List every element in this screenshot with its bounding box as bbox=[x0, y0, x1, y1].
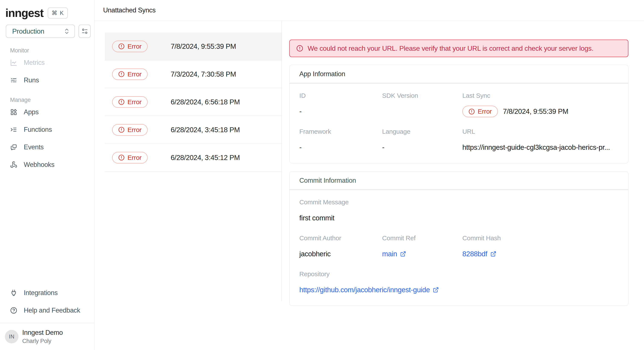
sync-list-item[interactable]: Error 6/28/2024, 6:56:18 PM bbox=[105, 88, 282, 116]
sidebar-footer: Integrations Help and Feedback IN Innges… bbox=[0, 283, 94, 350]
field-label-commit-author: Commit Author bbox=[299, 234, 382, 242]
sidebar-item-label: Apps bbox=[24, 108, 38, 116]
sync-timestamp: 6/28/2024, 3:45:18 PM bbox=[171, 126, 240, 134]
user-menu[interactable]: IN Inngest Demo Charly Poly bbox=[0, 323, 94, 350]
field-value-language: - bbox=[382, 142, 462, 153]
environment-select-value: Production bbox=[12, 28, 63, 35]
sidebar-item-apps[interactable]: Apps bbox=[0, 103, 94, 121]
error-banner-text: We could not reach your URL. Please veri… bbox=[308, 44, 594, 52]
page-title: Unattached Syncs bbox=[103, 6, 156, 14]
sidebar-item-integrations[interactable]: Integrations bbox=[0, 284, 94, 302]
avatar: IN bbox=[5, 330, 18, 343]
user-name: Charly Poly bbox=[22, 338, 63, 344]
webhook-icon bbox=[10, 161, 17, 168]
logo-row: inngest ⌘ K bbox=[0, 0, 94, 20]
line-chart-icon bbox=[10, 59, 17, 66]
functions-prompt-icon bbox=[10, 126, 17, 133]
user-org: Inngest Demo bbox=[22, 329, 63, 336]
plug-icon bbox=[10, 289, 17, 296]
sync-timestamp: 6/28/2024, 3:45:12 PM bbox=[171, 154, 240, 162]
field-label-commit-hash: Commit Hash bbox=[462, 234, 618, 242]
section-label-manage: Manage bbox=[10, 97, 94, 103]
commit-ref-link[interactable]: main bbox=[382, 250, 406, 258]
inngest-logo: inngest bbox=[5, 6, 44, 20]
sync-timestamp: 6/28/2024, 6:56:18 PM bbox=[171, 98, 240, 106]
field-value-commit-message: first commit bbox=[299, 212, 618, 224]
environment-settings-button[interactable] bbox=[78, 24, 91, 38]
commit-ref-text: main bbox=[382, 250, 397, 258]
apps-grid-icon bbox=[10, 108, 17, 116]
field-label-id: ID bbox=[299, 92, 382, 99]
field-label-last-sync: Last Sync bbox=[462, 92, 618, 99]
repository-link[interactable]: https://github.com/jacobheric/inngest-gu… bbox=[299, 286, 439, 294]
field-value-commit-ref: main bbox=[382, 248, 462, 260]
error-status-badge: Error bbox=[112, 124, 148, 136]
external-link-icon bbox=[490, 251, 496, 257]
commit-hash-link[interactable]: 8288bdf bbox=[462, 250, 496, 258]
sync-list-item[interactable]: Error 6/28/2024, 3:45:12 PM bbox=[105, 144, 282, 172]
field-label-repository: Repository bbox=[299, 270, 618, 278]
badge-label: Error bbox=[128, 126, 142, 134]
error-banner: We could not reach your URL. Please veri… bbox=[289, 40, 628, 57]
sidebar-item-webhooks[interactable]: Webhooks bbox=[0, 156, 94, 174]
error-status-badge: Error bbox=[112, 41, 148, 52]
field-value-repository: https://github.com/jacobheric/inngest-gu… bbox=[299, 284, 618, 296]
field-label-commit-ref: Commit Ref bbox=[382, 234, 462, 242]
sidebar-item-label: Runs bbox=[24, 76, 39, 84]
field-label-framework: Framework bbox=[299, 128, 382, 135]
sync-timestamp: 7/8/2024, 9:55:39 PM bbox=[171, 42, 236, 50]
field-value-url: https://inngest-guide-cgl3kcgsa-jacob-he… bbox=[462, 142, 618, 153]
sidebar: inngest ⌘ K Production Monitor Metrics R… bbox=[0, 0, 94, 350]
environment-select[interactable]: Production bbox=[6, 24, 75, 38]
command-k-shortcut[interactable]: ⌘ K bbox=[48, 8, 68, 18]
alert-circle-icon bbox=[468, 108, 475, 115]
sidebar-item-runs[interactable]: Runs bbox=[0, 72, 94, 89]
help-circle-icon bbox=[10, 307, 17, 314]
card-header: Commit Information bbox=[290, 172, 628, 190]
sync-list-item[interactable]: Error 7/3/2024, 7:30:58 PM bbox=[105, 60, 282, 88]
sync-list: Error 7/8/2024, 9:55:39 PM Error 7/3/202… bbox=[105, 32, 282, 172]
error-status-badge: Error bbox=[112, 96, 148, 108]
topbar: Unattached Syncs bbox=[94, 0, 644, 21]
app-information-card: App Information ID SDK Version Last Sync… bbox=[289, 65, 628, 163]
sidebar-item-help[interactable]: Help and Feedback bbox=[0, 302, 94, 319]
field-label-sdk-version: SDK Version bbox=[382, 92, 462, 99]
alert-circle-icon bbox=[118, 126, 125, 133]
sync-timestamp: 7/3/2024, 7:30:58 PM bbox=[171, 70, 236, 78]
commit-hash-text: 8288bdf bbox=[462, 250, 488, 258]
badge-label: Error bbox=[128, 70, 142, 78]
alert-circle-icon bbox=[118, 43, 125, 50]
sidebar-item-events[interactable]: Events bbox=[0, 138, 94, 156]
field-value-last-sync: Error 7/8/2024, 9:55:39 PM bbox=[462, 106, 618, 117]
badge-label: Error bbox=[128, 43, 142, 50]
badge-label: Error bbox=[128, 154, 142, 161]
field-label-language: Language bbox=[382, 128, 462, 135]
alert-circle-icon bbox=[296, 45, 304, 52]
app-root: inngest ⌘ K Production Monitor Metrics R… bbox=[0, 0, 644, 350]
sidebar-item-functions[interactable]: Functions bbox=[0, 121, 94, 138]
sidebar-item-label: Metrics bbox=[24, 59, 45, 66]
chevrons-up-down-icon bbox=[63, 28, 70, 35]
sync-list-item[interactable]: Error 7/8/2024, 9:55:39 PM bbox=[105, 32, 282, 60]
alert-circle-icon bbox=[118, 71, 125, 78]
field-value-commit-hash: 8288bdf bbox=[462, 248, 618, 260]
external-link-icon bbox=[433, 287, 439, 293]
commit-information-card: Commit Information Commit Message first … bbox=[289, 171, 628, 306]
sidebar-item-metrics[interactable]: Metrics bbox=[0, 54, 94, 72]
sync-list-item[interactable]: Error 6/28/2024, 3:45:18 PM bbox=[105, 116, 282, 144]
field-value-sdk-version bbox=[382, 106, 462, 117]
error-status-badge: Error bbox=[112, 152, 148, 164]
error-status-badge: Error bbox=[112, 68, 148, 80]
alert-circle-icon bbox=[118, 154, 125, 161]
field-label-url: URL bbox=[462, 128, 618, 135]
card-title: App Information bbox=[299, 70, 345, 78]
card-header: App Information bbox=[290, 65, 628, 84]
sync-detail-panel: We could not reach your URL. Please veri… bbox=[289, 40, 628, 306]
field-value-commit-author: jacobheric bbox=[299, 248, 382, 260]
badge-label: Error bbox=[128, 98, 142, 106]
alert-circle-icon bbox=[118, 98, 125, 105]
badge-label: Error bbox=[478, 108, 492, 115]
field-value-id: - bbox=[299, 106, 382, 117]
runs-list-icon bbox=[10, 76, 17, 84]
sliders-icon bbox=[81, 28, 88, 35]
